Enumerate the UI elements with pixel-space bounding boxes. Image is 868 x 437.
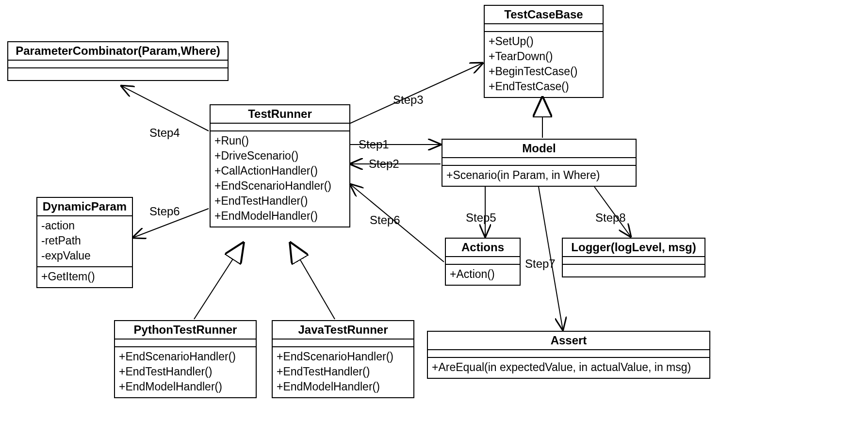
class-ops: +SetUp() +TearDown() +BeginTestCase() +E… xyxy=(485,32,603,97)
class-title: JavaTestRunner xyxy=(273,321,413,340)
label-step3: Step3 xyxy=(392,93,425,107)
class-op: +CallActionHandler() xyxy=(214,163,345,178)
label-step8: Step8 xyxy=(594,211,627,225)
label-step5: Step5 xyxy=(465,211,497,225)
class-title: Assert xyxy=(428,332,709,350)
class-attrs-empty xyxy=(446,257,520,265)
class-op: +BeginTestCase() xyxy=(489,64,599,79)
class-attrs-empty xyxy=(485,24,603,32)
class-ops: +Action() xyxy=(446,265,520,285)
class-title: PythonTestRunner xyxy=(115,321,256,340)
class-op: +Run() xyxy=(214,133,345,148)
label-step7: Step7 xyxy=(524,257,557,271)
class-ops-empty xyxy=(8,68,228,80)
class-op: +EndTestHandler() xyxy=(277,364,409,379)
class-attr: -expValue xyxy=(41,248,128,263)
class-op: +EndModelHandler() xyxy=(119,379,252,394)
class-op: +TearDown() xyxy=(489,49,599,64)
label-step2: Step2 xyxy=(368,157,400,171)
class-attrs-empty xyxy=(273,340,413,347)
label-step4: Step4 xyxy=(148,126,181,140)
class-actions: Actions +Action() xyxy=(445,238,521,286)
class-op: +EndScenarioHandler() xyxy=(214,178,345,194)
class-op: +GetItem() xyxy=(41,269,128,284)
class-attr: -retPath xyxy=(41,233,128,248)
class-op: +EndScenarioHandler() xyxy=(119,349,252,364)
class-op: +SetUp() xyxy=(489,34,599,49)
class-logger: Logger(logLevel, msg) xyxy=(562,238,705,277)
class-ops: +EndScenarioHandler() +EndTestHandler() … xyxy=(115,347,256,397)
class-op: +DriveScenario() xyxy=(214,148,345,163)
class-ops: +GetItem() xyxy=(37,267,132,287)
svg-line-10 xyxy=(194,243,244,319)
class-title: Actions xyxy=(446,239,520,257)
class-op: +EndModelHandler() xyxy=(214,209,345,224)
class-op: +EndTestCase() xyxy=(489,79,599,94)
class-assert: Assert +AreEqual(in expectedValue, in ac… xyxy=(427,331,710,379)
class-java-test-runner: JavaTestRunner +EndScenarioHandler() +En… xyxy=(272,320,414,398)
class-attrs-empty xyxy=(211,124,349,131)
class-ops-empty xyxy=(563,265,704,276)
class-title: DynamicParam xyxy=(37,198,132,216)
svg-line-11 xyxy=(290,243,335,319)
class-dynamic-param: DynamicParam -action -retPath -expValue … xyxy=(36,197,133,288)
svg-line-3 xyxy=(121,86,209,131)
class-attrs-empty xyxy=(115,340,256,347)
label-step6b: Step6 xyxy=(369,213,401,227)
class-model: Model +Scenario(in Param, in Where) xyxy=(442,139,637,187)
class-op: +Scenario(in Param, in Where) xyxy=(446,168,632,183)
class-title: TestRunner xyxy=(211,105,349,124)
class-title: Logger(logLevel, msg) xyxy=(563,239,704,257)
class-title: Model xyxy=(442,140,636,158)
class-op: +Action() xyxy=(450,267,516,282)
class-python-test-runner: PythonTestRunner +EndScenarioHandler() +… xyxy=(114,320,257,398)
class-op: +EndTestHandler() xyxy=(119,364,252,379)
class-ops: +AreEqual(in expectedValue, in actualVal… xyxy=(428,358,709,378)
class-op: +AreEqual(in expectedValue, in actualVal… xyxy=(432,360,705,375)
class-attrs-empty xyxy=(428,350,709,358)
class-attrs-empty xyxy=(442,158,636,166)
class-op: +EndTestHandler() xyxy=(214,194,345,209)
label-step6a: Step6 xyxy=(148,205,181,218)
class-ops: +Scenario(in Param, in Where) xyxy=(442,166,636,186)
class-ops: +Run() +DriveScenario() +CallActionHandl… xyxy=(211,131,349,227)
class-attrs-empty xyxy=(563,257,704,265)
class-test-runner: TestRunner +Run() +DriveScenario() +Call… xyxy=(210,104,350,227)
class-op: +EndModelHandler() xyxy=(277,379,409,394)
class-op: +EndScenarioHandler() xyxy=(277,349,409,364)
class-parameter-combinator: ParameterCombinator(Param,Where) xyxy=(7,41,229,81)
class-title: ParameterCombinator(Param,Where) xyxy=(8,42,228,61)
class-test-case-base: TestCaseBase +SetUp() +TearDown() +Begin… xyxy=(484,5,604,98)
class-attrs-empty xyxy=(8,61,228,68)
class-ops: +EndScenarioHandler() +EndTestHandler() … xyxy=(273,347,413,397)
class-attrs: -action -retPath -expValue xyxy=(37,216,132,267)
label-step1: Step1 xyxy=(358,138,390,151)
class-attr: -action xyxy=(41,218,128,233)
class-title: TestCaseBase xyxy=(485,6,603,24)
